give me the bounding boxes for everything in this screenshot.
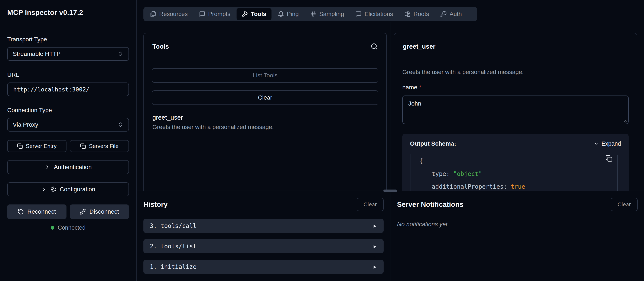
resize-handle-icon[interactable] xyxy=(622,118,627,123)
main-tabbar: Resources Prompts Tools Ping Sampling El… xyxy=(144,7,477,21)
required-marker: * xyxy=(419,84,421,91)
copy-icon xyxy=(606,155,612,162)
hammer-icon xyxy=(242,11,248,17)
name-field[interactable]: John xyxy=(402,96,629,124)
schema-scrollbar[interactable] xyxy=(617,155,618,191)
tool-name: greet_user xyxy=(152,114,378,121)
output-schema-header: Output Schema: Expand xyxy=(410,140,621,147)
connection-status: Connected xyxy=(7,224,129,231)
tab-elicitations[interactable]: Elicitations xyxy=(350,8,398,20)
play-icon xyxy=(372,244,377,249)
tab-prompts[interactable]: Prompts xyxy=(194,8,236,20)
server-entry-button[interactable]: Server Entry xyxy=(7,140,66,152)
message-square-icon xyxy=(355,11,362,17)
tab-label: Prompts xyxy=(208,11,230,18)
reconnect-label: Reconnect xyxy=(27,208,56,215)
divider-grip-handle[interactable] xyxy=(383,189,397,192)
play-icon xyxy=(372,223,377,228)
configuration-label: Configuration xyxy=(60,186,95,193)
copy-schema-button[interactable] xyxy=(606,155,612,162)
name-field-wrap: John xyxy=(402,96,629,125)
app-window: MCP Inspector v0.17.2 Transport Type Str… xyxy=(0,0,644,281)
json-boolean-value: true xyxy=(511,183,525,190)
output-schema-card: Output Schema: Expand { type: "object" a… xyxy=(402,134,629,191)
tab-label: Elicitations xyxy=(364,11,393,18)
tab-auth[interactable]: Auth xyxy=(435,8,467,20)
tab-label: Resources xyxy=(159,11,188,18)
clear-history-button[interactable]: Clear xyxy=(357,198,384,211)
url-input[interactable] xyxy=(7,83,129,96)
tab-label: Ping xyxy=(287,11,299,18)
hash-icon xyxy=(310,11,316,17)
server-notifications-section: Server Notifications Clear No notificati… xyxy=(397,198,638,228)
servers-file-label: Servers File xyxy=(89,143,118,149)
history-header: History Clear xyxy=(144,198,384,211)
code-line: additionalProperties: true xyxy=(420,180,621,191)
tab-label: Tools xyxy=(251,11,266,18)
sidebar-body: Transport Type Streamable HTTP URL Conne… xyxy=(0,25,136,231)
play-icon xyxy=(372,264,377,269)
server-notifications-header: Server Notifications Clear xyxy=(397,198,638,211)
status-label: Connected xyxy=(58,224,86,231)
folder-tree-icon xyxy=(404,11,411,17)
history-item[interactable]: 2. tools/list xyxy=(144,239,384,253)
tab-resources[interactable]: Resources xyxy=(145,8,193,20)
output-schema-label: Output Schema: xyxy=(410,140,456,147)
json-string-value: "object" xyxy=(453,170,482,177)
tools-panel-header: Tools xyxy=(144,33,386,60)
search-icon[interactable] xyxy=(370,43,378,50)
authentication-label: Authentication xyxy=(54,164,92,171)
rotate-ccw-icon xyxy=(18,209,24,215)
transport-type-value: Streamable HTTP xyxy=(13,51,60,57)
message-square-icon xyxy=(199,11,206,17)
tab-tools[interactable]: Tools xyxy=(236,8,272,20)
key-icon xyxy=(440,11,447,17)
clear-tools-button[interactable]: Clear xyxy=(152,90,378,105)
tab-ping[interactable]: Ping xyxy=(272,8,304,20)
history-list: 3. tools/call 2. tools/list 1. initializ… xyxy=(144,219,384,274)
files-icon xyxy=(150,11,156,17)
chevron-right-icon xyxy=(41,186,47,192)
detail-panel-body: Greets the user with a personalized mess… xyxy=(394,60,637,191)
gear-icon xyxy=(50,186,56,192)
transport-type-select[interactable]: Streamable HTTP xyxy=(7,47,129,61)
code-line: { xyxy=(420,155,621,168)
transport-type-label: Transport Type xyxy=(7,36,129,43)
reconnect-button[interactable]: Reconnect xyxy=(7,204,66,219)
list-tools-button[interactable]: List Tools xyxy=(152,68,378,83)
chevrons-up-down-icon xyxy=(118,122,124,128)
tab-sampling[interactable]: Sampling xyxy=(305,8,349,20)
bell-icon xyxy=(278,11,284,17)
disconnect-label: Disconnect xyxy=(89,208,119,215)
notifications-empty-message: No notifications yet xyxy=(397,221,638,228)
expand-schema-button[interactable]: Expand xyxy=(594,141,621,147)
status-dot xyxy=(51,226,54,230)
disconnect-button[interactable]: Disconnect xyxy=(70,204,129,219)
connection-type-label: Connection Type xyxy=(7,107,129,114)
configuration-expander[interactable]: Configuration xyxy=(7,182,129,196)
server-notifications-title: Server Notifications xyxy=(397,200,464,208)
history-item[interactable]: 1. initialize xyxy=(144,260,384,274)
detail-panel-title: greet_user xyxy=(403,43,435,50)
copy-icon xyxy=(80,143,86,149)
schema-code-block: { type: "object" additionalProperties: t… xyxy=(410,154,621,191)
servers-file-button[interactable]: Servers File xyxy=(70,140,129,152)
tool-list-item[interactable]: greet_user Greets the user with a person… xyxy=(152,114,378,130)
tool-detail-panel: greet_user Greets the user with a person… xyxy=(394,33,637,191)
tools-panel-title: Tools xyxy=(152,43,169,50)
tab-roots[interactable]: Roots xyxy=(399,8,434,20)
connection-type-select[interactable]: Via Proxy xyxy=(7,118,129,132)
clear-notifications-button[interactable]: Clear xyxy=(611,198,638,211)
detail-panel-header: greet_user xyxy=(394,33,637,60)
app-title: MCP Inspector v0.17.2 xyxy=(7,9,83,17)
expand-label: Expand xyxy=(602,141,621,147)
tab-label: Auth xyxy=(450,11,462,18)
tab-label: Sampling xyxy=(319,11,344,18)
sidebar-header: MCP Inspector v0.17.2 xyxy=(0,0,136,25)
authentication-expander[interactable]: Authentication xyxy=(7,160,129,174)
chevron-down-icon xyxy=(594,141,599,146)
vertical-panel-divider[interactable] xyxy=(390,22,390,281)
history-item[interactable]: 3. tools/call xyxy=(144,219,384,233)
url-label: URL xyxy=(7,71,129,78)
server-entry-label: Server Entry xyxy=(26,143,57,149)
